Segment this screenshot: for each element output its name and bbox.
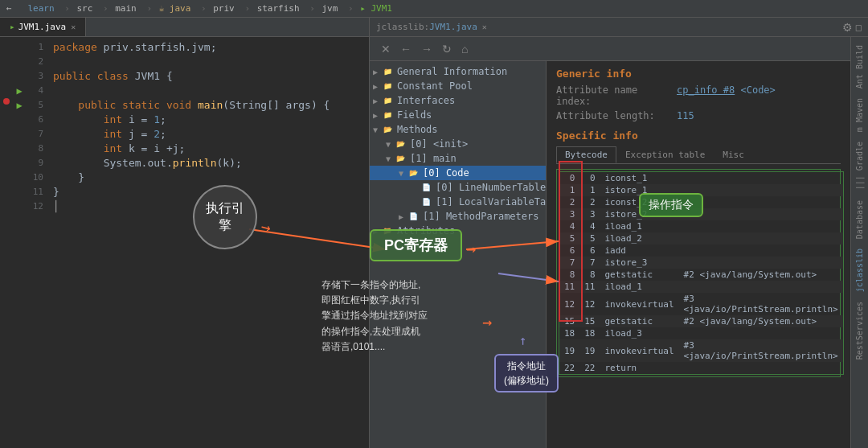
jclasslib-tree: ▶ 📁 General Information ▶ 📁 Constant Poo…: [370, 61, 547, 448]
sidebar-gradle[interactable]: ||| Gradle: [854, 137, 866, 195]
bc-row-6: 6 6 iadd: [559, 245, 844, 257]
code-line-7: 7 int j = 2;: [0, 127, 369, 142]
tree-fields[interactable]: ▶ 📁 Fields: [370, 108, 546, 122]
folder-icon: 📁: [381, 66, 394, 77]
bc-row-8: 8 8 getstatic #2 <java/lang/System.out>: [559, 269, 844, 281]
tree-fields-label: Fields: [397, 109, 432, 121]
generic-info-title: Generic info: [556, 68, 841, 80]
nav-back-btn[interactable]: ←: [397, 41, 415, 57]
bc-row-4: 4 4 iload_1: [559, 220, 844, 232]
bc-row-12: 12 12 invokevirtual #3 <java/io/PrintStr…: [559, 293, 844, 315]
jclasslib-tab-close[interactable]: ✕: [482, 23, 487, 31]
sidebar-rest-services[interactable]: RestServices: [854, 297, 866, 364]
nav-refresh-btn[interactable]: ↻: [439, 41, 455, 57]
tree-methodparams-label: [1] MethodParameters: [423, 211, 539, 222]
tree-linenumber[interactable]: 📄 [0] LineNumberTable: [370, 180, 546, 195]
code-line-2: 2: [0, 55, 369, 69]
code-panel: 1 package priv.starfish.jvm; 2 3 public …: [0, 37, 370, 448]
tree-methods-label: Methods: [397, 124, 438, 135]
folder-icon-7: 📂: [394, 153, 407, 164]
tree-main[interactable]: ▼ 📂 [1] main: [370, 151, 546, 166]
expand-button[interactable]: □: [856, 22, 862, 33]
bytecode-tabs: Bytecode Exception table Misc: [556, 146, 841, 164]
attr-length-value: 115: [677, 110, 694, 121]
detail-panel: Generic info Attribute name index: cp_in…: [547, 61, 850, 448]
tree-general-label: General Information: [397, 66, 507, 77]
bc-row-1: 1 1 istore_1: [559, 184, 844, 196]
bc-row-19: 19 19 invokevirtual #3 <java/io/PrintStr…: [559, 339, 844, 362]
code-line-11: 11 }: [0, 185, 369, 199]
file-icon-1: 📄: [420, 182, 432, 193]
file-icon-3: 📄: [407, 211, 420, 222]
folder-icon-4: 📁: [381, 109, 394, 121]
tab-jvm1-java[interactable]: ▸ JVM1.java ✕: [0, 18, 86, 36]
tree-code-label: [0] Code: [423, 167, 469, 179]
jclasslib-tab-prefix: jclasslib:: [376, 22, 429, 32]
tree-localvar-label: [1] LocalVariableTable: [436, 196, 547, 208]
attr-name-label: Attribute name index:: [556, 84, 677, 107]
code-line-10: 10 }: [0, 171, 369, 185]
folder-icon-8: 📂: [407, 167, 420, 179]
nav-home-btn[interactable]: ⌂: [458, 41, 471, 57]
tree-general[interactable]: ▶ 📁 General Information: [370, 64, 546, 79]
tree-constant-pool[interactable]: ▶ 📁 Constant Pool: [370, 79, 546, 93]
tree-interfaces-label: Interfaces: [397, 95, 455, 106]
bc-row-18: 18 18 iload_3: [559, 327, 844, 339]
folder-icon-9: 📂: [381, 225, 394, 236]
sidebar-maven[interactable]: m Maven: [854, 93, 866, 137]
tree-init[interactable]: ▼ 📂 [0] <init>: [370, 137, 546, 151]
tab-exception-table[interactable]: Exception table: [616, 146, 714, 163]
breadcrumb: ← learn › src › main › ☕ java › priv › s…: [6, 3, 395, 14]
tab-label: JVM1.java: [18, 22, 67, 32]
tree-methods[interactable]: ▼ 📂 Methods: [370, 122, 546, 137]
attr-length-label: Attribute length:: [556, 110, 677, 121]
code-line-8: 8 int k = i +j;: [0, 142, 369, 156]
code-editor: 1 package priv.starfish.jvm; 2 3 public …: [0, 37, 369, 217]
tree-main-label: [1] main: [410, 153, 457, 164]
bc-row-0: 0 0 iconst_1: [559, 172, 844, 185]
nav-forward-btn[interactable]: →: [418, 41, 436, 57]
right-sidebar: Ant Build m Maven ||| Gradle Database jc…: [850, 37, 868, 448]
tree-constant-pool-label: Constant Pool: [397, 80, 473, 92]
tree-interfaces[interactable]: ▶ 📁 Interfaces: [370, 93, 546, 108]
code-line-12: 12 │: [0, 199, 369, 214]
bc-row-15: 15 15 getstatic #2 <java/lang/System.out…: [559, 315, 844, 327]
tree-init-label: [0] <init>: [410, 138, 468, 150]
attr-name-value: cp_info #8 <Code>: [677, 84, 776, 107]
tree-localvar[interactable]: 📄 [1] LocalVariableTable: [370, 195, 546, 209]
tab-misc[interactable]: Misc: [714, 146, 753, 163]
jclasslib-navbar: ✕ ← → ↻ ⌂: [370, 37, 850, 61]
jclasslib-body: ▶ 📁 General Information ▶ 📁 Constant Poo…: [370, 61, 850, 448]
tree-attributes-label: Attributes: [397, 225, 455, 236]
close-icon[interactable]: ✕: [71, 23, 76, 31]
sidebar-database[interactable]: Database: [854, 195, 866, 244]
code-line-4: ▶ 4: [0, 84, 369, 98]
code-line-3: 3 public class JVM1 {: [0, 69, 369, 84]
folder-icon-3: 📁: [381, 95, 394, 106]
sidebar-ant-build[interactable]: Ant Build: [854, 40, 866, 93]
attr-length-row: Attribute length: 115: [556, 110, 841, 121]
code-line-5: ▶ 5 public static void main(String[] arg…: [0, 98, 369, 113]
folder-icon-6: 📂: [394, 138, 407, 150]
jclasslib-panel: ✕ ← → ↻ ⌂ ▶ 📁 General Information ▶: [370, 37, 850, 448]
tree-methodparams[interactable]: ▶ 📄 [1] MethodParameters: [370, 209, 546, 224]
settings-button[interactable]: ⚙: [842, 21, 853, 34]
file-icon-2: 📄: [420, 196, 432, 208]
breadcrumb-bar: ← learn › src › main › ☕ java › priv › s…: [0, 0, 868, 18]
specific-info-title: Specific info: [556, 129, 841, 142]
bc-row-5: 5 5 iload_2: [559, 232, 844, 245]
folder-icon-5: 📂: [381, 124, 394, 135]
bc-row-7: 7 7 istore_3: [559, 257, 844, 269]
tab-bytecode[interactable]: Bytecode: [556, 146, 616, 163]
bc-row-22: 22 22 return: [559, 362, 844, 375]
code-line-9: 9 System.out.println(k);: [0, 156, 369, 171]
tree-code[interactable]: ▼ 📂 [0] Code: [370, 166, 546, 180]
sidebar-jclasslib[interactable]: jclasslib: [854, 244, 866, 297]
tree-attributes[interactable]: ▶ 📂 Attributes: [370, 224, 546, 238]
bytecode-table: 0 0 iconst_1 1 1 istore_1: [559, 171, 844, 375]
bc-row-2: 2 2 iconst_2: [559, 196, 844, 208]
nav-close-btn[interactable]: ✕: [378, 41, 394, 57]
code-line-1: 1 package priv.starfish.jvm;: [0, 40, 369, 55]
code-line-6: 6 int i = 1;: [0, 113, 369, 127]
folder-icon-2: 📁: [381, 80, 394, 92]
